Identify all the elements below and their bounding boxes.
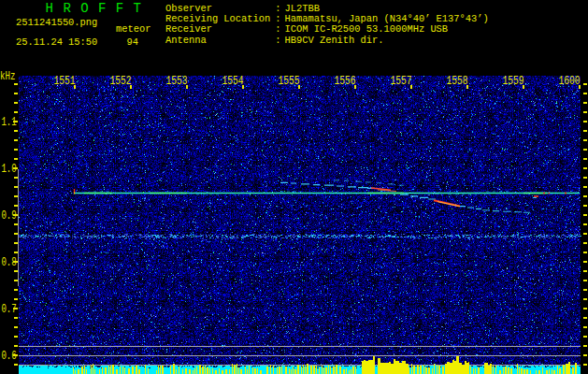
svg-text:kHz: kHz (0, 70, 15, 83)
svg-text:1556: 1556 (334, 75, 355, 87)
svg-text:1600: 1600 (558, 75, 580, 87)
svg-text:1558: 1558 (447, 75, 468, 87)
svg-text::: : (275, 23, 280, 35)
svg-text:HB9CV Zenith dir.: HB9CV Zenith dir. (285, 35, 384, 46)
svg-text:0.8: 0.8 (1, 256, 16, 269)
svg-text:1554: 1554 (222, 75, 244, 87)
svg-text:25.11.24 15:50: 25.11.24 15:50 (16, 36, 97, 48)
svg-text:1551: 1551 (53, 75, 75, 87)
svg-text:0.6: 0.6 (1, 350, 16, 363)
svg-text:meteor: meteor (116, 23, 151, 35)
svg-text:1555: 1555 (278, 75, 299, 87)
svg-text:1557: 1557 (390, 75, 411, 87)
svg-text:0.7: 0.7 (1, 303, 16, 316)
svg-text:H R O F F T: H R O F F T (46, 1, 142, 16)
svg-text:1559: 1559 (502, 75, 523, 87)
svg-text:Observer: Observer (165, 3, 212, 14)
svg-text:ICOM IC-R2500 53.1000MHz USB: ICOM IC-R2500 53.1000MHz USB (285, 23, 449, 35)
svg-text:0.9: 0.9 (1, 209, 16, 223)
svg-text::: : (275, 13, 280, 24)
svg-text:Receiving Location: Receiving Location (165, 13, 270, 24)
svg-text:2511241550.png: 2511241550.png (16, 17, 97, 28)
svg-text:1.0: 1.0 (1, 163, 16, 176)
svg-text:Antenna: Antenna (165, 35, 207, 46)
svg-text::: : (275, 35, 280, 46)
svg-text:1552: 1552 (109, 75, 131, 87)
svg-text:94: 94 (127, 36, 138, 48)
svg-text:Hamamatsu, Japan (N34°40’ E137: Hamamatsu, Japan (N34°40’ E137°43’) (285, 13, 489, 24)
svg-text::: : (275, 3, 280, 14)
svg-text:Receiver: Receiver (165, 23, 212, 35)
svg-text:1553: 1553 (166, 75, 188, 87)
svg-text:JL2TBB: JL2TBB (285, 3, 320, 14)
svg-text:1.1: 1.1 (1, 116, 17, 129)
